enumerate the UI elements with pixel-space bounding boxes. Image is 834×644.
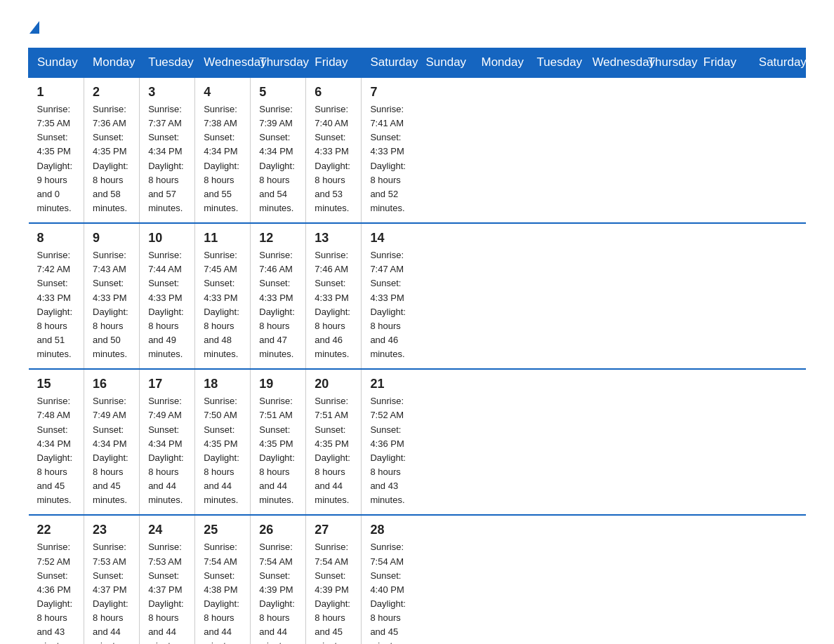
weekday-header-friday: Friday xyxy=(694,48,750,78)
day-info: Sunrise: 7:35 AMSunset: 4:35 PMDaylight:… xyxy=(37,104,73,213)
weekday-header-tuesday: Tuesday xyxy=(528,48,583,78)
day-info: Sunrise: 7:50 AMSunset: 4:35 PMDaylight:… xyxy=(204,396,239,505)
day-number: 7 xyxy=(370,85,409,100)
day-info: Sunrise: 7:51 AMSunset: 4:35 PMDaylight:… xyxy=(259,396,295,505)
day-number: 25 xyxy=(204,523,241,537)
logo-blue-text xyxy=(28,21,39,34)
calendar-week-row: 22 Sunrise: 7:52 AMSunset: 4:36 PMDaylig… xyxy=(29,515,806,644)
calendar-cell: 7 Sunrise: 7:41 AMSunset: 4:33 PMDayligh… xyxy=(362,77,417,223)
calendar-cell: 16 Sunrise: 7:49 AMSunset: 4:34 PMDaylig… xyxy=(84,369,140,515)
header-tuesday: Tuesday xyxy=(140,48,195,78)
calendar-cell: 13 Sunrise: 7:46 AMSunset: 4:33 PMDaylig… xyxy=(306,223,362,369)
day-info: Sunrise: 7:54 AMSunset: 4:38 PMDaylight:… xyxy=(204,542,239,644)
day-number: 11 xyxy=(204,231,241,246)
weekday-header-thursday: Thursday xyxy=(639,48,694,78)
day-info: Sunrise: 7:45 AMSunset: 4:33 PMDaylight:… xyxy=(204,250,239,359)
day-number: 6 xyxy=(315,85,352,100)
day-number: 15 xyxy=(37,377,76,391)
calendar-cell: 12 Sunrise: 7:46 AMSunset: 4:33 PMDaylig… xyxy=(251,223,306,369)
day-number: 4 xyxy=(204,85,241,100)
day-number: 12 xyxy=(259,231,297,246)
calendar-week-row: 15 Sunrise: 7:48 AMSunset: 4:34 PMDaylig… xyxy=(29,369,806,515)
day-info: Sunrise: 7:40 AMSunset: 4:33 PMDaylight:… xyxy=(315,104,350,213)
calendar-cell: 14 Sunrise: 7:47 AMSunset: 4:33 PMDaylig… xyxy=(362,223,417,369)
day-number: 20 xyxy=(315,377,352,391)
header-saturday: Saturday xyxy=(362,48,417,78)
calendar-cell: 19 Sunrise: 7:51 AMSunset: 4:35 PMDaylig… xyxy=(251,369,306,515)
day-info: Sunrise: 7:53 AMSunset: 4:37 PMDaylight:… xyxy=(148,542,184,644)
logo-triangle-icon xyxy=(29,21,39,34)
calendar-week-row: 1 Sunrise: 7:35 AMSunset: 4:35 PMDayligh… xyxy=(29,77,806,223)
day-info: Sunrise: 7:41 AMSunset: 4:33 PMDaylight:… xyxy=(370,104,406,213)
day-number: 8 xyxy=(37,231,76,246)
calendar-cell: 23 Sunrise: 7:53 AMSunset: 4:37 PMDaylig… xyxy=(84,515,140,644)
calendar-cell: 18 Sunrise: 7:50 AMSunset: 4:35 PMDaylig… xyxy=(195,369,251,515)
day-info: Sunrise: 7:52 AMSunset: 4:36 PMDaylight:… xyxy=(370,396,406,505)
day-info: Sunrise: 7:47 AMSunset: 4:33 PMDaylight:… xyxy=(370,250,406,359)
calendar-cell: 4 Sunrise: 7:38 AMSunset: 4:34 PMDayligh… xyxy=(195,77,251,223)
calendar-cell: 21 Sunrise: 7:52 AMSunset: 4:36 PMDaylig… xyxy=(362,369,417,515)
day-info: Sunrise: 7:43 AMSunset: 4:33 PMDaylight:… xyxy=(93,250,128,359)
day-number: 2 xyxy=(93,85,131,100)
page-header xyxy=(28,21,806,34)
calendar-week-row: 8 Sunrise: 7:42 AMSunset: 4:33 PMDayligh… xyxy=(29,223,806,369)
calendar-cell: 5 Sunrise: 7:39 AMSunset: 4:34 PMDayligh… xyxy=(251,77,306,223)
weekday-header-saturday: Saturday xyxy=(750,48,805,78)
calendar-cell: 25 Sunrise: 7:54 AMSunset: 4:38 PMDaylig… xyxy=(195,515,251,644)
day-info: Sunrise: 7:38 AMSunset: 4:34 PMDaylight:… xyxy=(204,104,239,213)
day-info: Sunrise: 7:48 AMSunset: 4:34 PMDaylight:… xyxy=(37,396,73,505)
day-info: Sunrise: 7:49 AMSunset: 4:34 PMDaylight:… xyxy=(148,396,184,505)
day-number: 9 xyxy=(93,231,131,246)
day-number: 1 xyxy=(37,85,76,100)
header-sunday: Sunday xyxy=(29,48,84,78)
weekday-header-wednesday: Wednesday xyxy=(583,48,639,78)
day-number: 22 xyxy=(37,523,76,537)
day-info: Sunrise: 7:54 AMSunset: 4:39 PMDaylight:… xyxy=(315,542,350,644)
day-number: 10 xyxy=(148,231,186,246)
calendar-cell: 22 Sunrise: 7:52 AMSunset: 4:36 PMDaylig… xyxy=(29,515,84,644)
calendar-header-row: SundayMondayTuesdayWednesdayThursdayFrid… xyxy=(29,48,806,78)
day-number: 21 xyxy=(370,377,409,391)
calendar-cell: 3 Sunrise: 7:37 AMSunset: 4:34 PMDayligh… xyxy=(140,77,195,223)
day-number: 19 xyxy=(259,377,297,391)
logo xyxy=(28,21,39,34)
day-number: 13 xyxy=(315,231,352,246)
day-number: 14 xyxy=(370,231,409,246)
day-info: Sunrise: 7:54 AMSunset: 4:40 PMDaylight:… xyxy=(370,542,406,644)
day-number: 26 xyxy=(259,523,297,537)
day-info: Sunrise: 7:54 AMSunset: 4:39 PMDaylight:… xyxy=(259,542,295,644)
day-number: 18 xyxy=(204,377,241,391)
calendar-cell: 9 Sunrise: 7:43 AMSunset: 4:33 PMDayligh… xyxy=(84,223,140,369)
day-number: 27 xyxy=(315,523,352,537)
day-number: 16 xyxy=(93,377,131,391)
calendar-cell: 26 Sunrise: 7:54 AMSunset: 4:39 PMDaylig… xyxy=(251,515,306,644)
day-info: Sunrise: 7:52 AMSunset: 4:36 PMDaylight:… xyxy=(37,542,73,644)
calendar-cell: 1 Sunrise: 7:35 AMSunset: 4:35 PMDayligh… xyxy=(29,77,84,223)
weekday-header-monday: Monday xyxy=(472,48,528,78)
calendar-cell: 2 Sunrise: 7:36 AMSunset: 4:35 PMDayligh… xyxy=(84,77,140,223)
weekday-header-sunday: Sunday xyxy=(417,48,472,78)
calendar-cell: 15 Sunrise: 7:48 AMSunset: 4:34 PMDaylig… xyxy=(29,369,84,515)
calendar-cell: 6 Sunrise: 7:40 AMSunset: 4:33 PMDayligh… xyxy=(306,77,362,223)
day-info: Sunrise: 7:42 AMSunset: 4:33 PMDaylight:… xyxy=(37,250,73,359)
calendar-cell: 27 Sunrise: 7:54 AMSunset: 4:39 PMDaylig… xyxy=(306,515,362,644)
day-info: Sunrise: 7:46 AMSunset: 4:33 PMDaylight:… xyxy=(315,250,350,359)
header-monday: Monday xyxy=(84,48,140,78)
day-info: Sunrise: 7:36 AMSunset: 4:35 PMDaylight:… xyxy=(93,104,128,213)
day-number: 24 xyxy=(148,523,186,537)
calendar-cell: 28 Sunrise: 7:54 AMSunset: 4:40 PMDaylig… xyxy=(362,515,417,644)
day-number: 23 xyxy=(93,523,131,537)
day-info: Sunrise: 7:44 AMSunset: 4:33 PMDaylight:… xyxy=(148,250,184,359)
day-info: Sunrise: 7:53 AMSunset: 4:37 PMDaylight:… xyxy=(93,542,128,644)
day-number: 3 xyxy=(148,85,186,100)
calendar-cell: 24 Sunrise: 7:53 AMSunset: 4:37 PMDaylig… xyxy=(140,515,195,644)
calendar-cell: 10 Sunrise: 7:44 AMSunset: 4:33 PMDaylig… xyxy=(140,223,195,369)
day-info: Sunrise: 7:37 AMSunset: 4:34 PMDaylight:… xyxy=(148,104,184,213)
calendar-cell: 11 Sunrise: 7:45 AMSunset: 4:33 PMDaylig… xyxy=(195,223,251,369)
calendar-table: SundayMondayTuesdayWednesdayThursdayFrid… xyxy=(28,48,806,644)
calendar-cell: 17 Sunrise: 7:49 AMSunset: 4:34 PMDaylig… xyxy=(140,369,195,515)
day-info: Sunrise: 7:39 AMSunset: 4:34 PMDaylight:… xyxy=(259,104,295,213)
calendar-cell: 20 Sunrise: 7:51 AMSunset: 4:35 PMDaylig… xyxy=(306,369,362,515)
day-info: Sunrise: 7:51 AMSunset: 4:35 PMDaylight:… xyxy=(315,396,350,505)
day-number: 5 xyxy=(259,85,297,100)
